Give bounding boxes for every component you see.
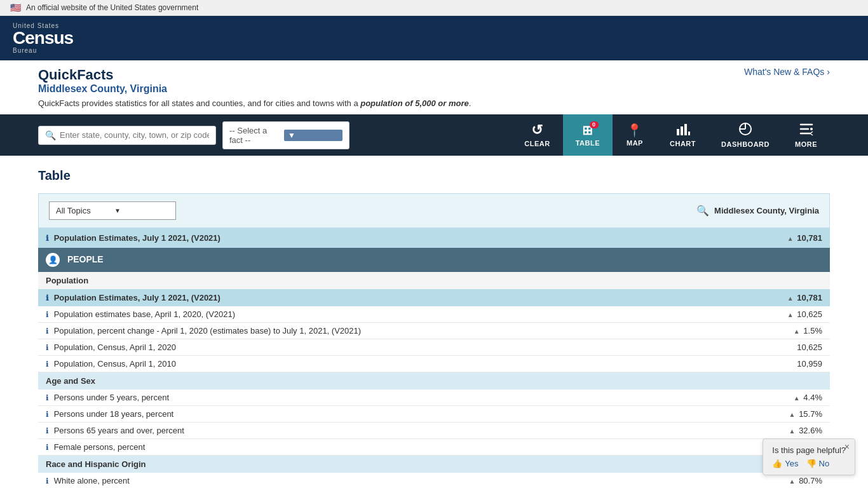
flag-icon: 🇺🇸 <box>10 3 21 13</box>
chart-button[interactable]: CHART <box>657 114 709 156</box>
trend-icon-7: ▲ <box>794 395 800 402</box>
dashboard-label: DASHBOARD <box>721 140 770 148</box>
svg-rect-1 <box>681 126 683 135</box>
info-icon-5[interactable]: ℹ <box>46 343 49 352</box>
toolbar: 🔍 -- Select a fact -- ▼ ↺ CLEAR ⊞ 0 TABL… <box>0 114 868 156</box>
people-section-label: PEOPLE <box>67 254 104 264</box>
info-icon-6[interactable]: ℹ <box>46 360 49 369</box>
census-logo[interactable]: United States Census Bureau <box>13 22 73 54</box>
highlight-row-label: Population Estimates, July 1 2021, (V202… <box>54 233 220 243</box>
info-icon-2[interactable]: ℹ <box>46 294 49 302</box>
info-icon-7[interactable]: ℹ <box>46 393 49 402</box>
more-button[interactable]: MORE <box>782 114 830 156</box>
toolbar-actions: ↺ CLEAR ⊞ 0 TABLE 📍 MAP CHART <box>512 114 830 156</box>
map-label: MAP <box>627 139 643 147</box>
population-subsection: Population <box>38 272 830 289</box>
table-row: ℹ Persons under 18 years, percent ▲ 15.7… <box>38 406 830 423</box>
dashboard-icon <box>738 122 752 138</box>
quickfacts-description: QuickFacts provides statistics for all s… <box>0 98 868 114</box>
info-icon-3[interactable]: ℹ <box>46 310 49 319</box>
people-section-header: 👤 PEOPLE <box>38 248 830 272</box>
table-row: ℹ Persons under 5 years, percent ▲ 4.4% <box>38 390 830 406</box>
table-badge: 0 <box>590 121 599 128</box>
whats-new-link[interactable]: What's New & FAQs › <box>744 67 830 77</box>
dropdown-arrow-icon: ▼ <box>284 130 342 141</box>
close-button[interactable]: × <box>844 442 850 452</box>
table-row: ℹ Population estimates base, April 1, 20… <box>38 306 830 323</box>
helpful-actions: 👍 Yes 👎 No <box>772 459 846 468</box>
table-row: ℹ Persons 65 years and over, percent ▲ 3… <box>38 423 830 439</box>
map-button[interactable]: 📍 MAP <box>613 114 657 156</box>
helpful-widget: × Is this page helpful? 👍 Yes 👎 No <box>763 438 855 475</box>
race-header: Race and Hispanic Origin <box>38 456 830 473</box>
table-row: ℹ Population, percent change - April 1, … <box>38 323 830 339</box>
page-title: QuickFacts <box>38 67 167 83</box>
table-row: ℹ Population, Census, April 1, 2020 10,6… <box>38 339 830 356</box>
topic-select-label: All Topics <box>56 206 111 215</box>
chevron-right-icon: › <box>827 67 830 77</box>
table-row: ℹ White alone, percent ▲ 80.7% <box>38 473 830 488</box>
fact-select[interactable]: -- Select a fact -- ▼ <box>222 121 349 149</box>
census-header: United States Census Bureau <box>0 16 868 60</box>
pop-highlight-value: 10,781 <box>797 293 822 302</box>
info-icon-10[interactable]: ℹ <box>46 443 49 452</box>
census-logo-sub: Bureau <box>13 47 37 54</box>
info-icon-4[interactable]: ℹ <box>46 327 49 336</box>
pop-highlight-label: Population Estimates, July 1 2021, (V202… <box>54 293 220 302</box>
svg-point-5 <box>810 128 813 130</box>
topic-dropdown-icon: ▼ <box>114 207 169 214</box>
section-title: Table <box>38 168 830 183</box>
trend-icon-4: ▲ <box>794 328 800 335</box>
people-icon: 👤 <box>46 253 60 267</box>
info-icon-11[interactable]: ℹ <box>46 477 49 485</box>
column-search-icon[interactable]: 🔍 <box>696 205 709 217</box>
trend-icon-3: ▲ <box>787 311 794 318</box>
info-icon[interactable]: ℹ <box>46 234 49 243</box>
yes-button[interactable]: 👍 Yes <box>772 459 798 468</box>
chart-icon <box>676 123 690 137</box>
helpful-question: Is this page helpful? <box>772 445 846 455</box>
more-label: MORE <box>795 140 817 148</box>
table-container: All Topics ▼ 🔍 Middlesex County, Virgini… <box>38 193 830 488</box>
table-row: ℹ Population, Census, April 1, 2010 10,9… <box>38 356 830 372</box>
table-button[interactable]: ⊞ 0 TABLE <box>563 114 613 156</box>
info-icon-8[interactable]: ℹ <box>46 410 49 419</box>
top-highlight-row: ℹ Population Estimates, July 1 2021, (V2… <box>38 228 830 248</box>
clear-button[interactable]: ↺ CLEAR <box>512 114 562 156</box>
quickfacts-header: QuickFacts Middlesex County, Virginia Wh… <box>0 60 868 98</box>
search-icon: 🔍 <box>45 130 56 140</box>
svg-rect-0 <box>677 129 679 135</box>
gov-banner-text: An official website of the United States… <box>26 3 198 12</box>
more-icon <box>799 122 813 138</box>
main-content: Table All Topics ▼ 🔍 Middlesex County, V… <box>0 156 868 488</box>
trend-up-icon: ▲ <box>787 235 794 242</box>
clear-icon: ↺ <box>531 123 543 137</box>
table-icon: ⊞ 0 <box>582 124 593 137</box>
fact-select-label: -- Select a fact -- <box>229 126 280 145</box>
dashboard-button[interactable]: DASHBOARD <box>709 114 782 156</box>
chart-label: CHART <box>670 140 696 147</box>
svg-rect-3 <box>688 132 690 135</box>
pop-highlight-row: ℹ Population Estimates, July 1 2021, (V2… <box>38 289 830 306</box>
column-header: Middlesex County, Virginia <box>714 206 819 215</box>
trend-icon-9: ▲ <box>789 428 796 435</box>
location-subtitle: Middlesex County, Virginia <box>38 83 167 95</box>
census-logo-main: Census <box>13 29 73 47</box>
table-label: TABLE <box>576 139 600 147</box>
search-input[interactable] <box>60 130 209 140</box>
age-sex-header: Age and Sex <box>38 372 830 390</box>
clear-label: CLEAR <box>524 140 550 147</box>
highlight-row-value: 10,781 <box>797 233 822 243</box>
no-button[interactable]: 👎 No <box>806 459 830 468</box>
table-row: ℹ Female persons, percent ▲ 50.2% <box>38 439 830 456</box>
thumbs-up-icon: 👍 <box>772 459 782 468</box>
trend-icon-8: ▲ <box>789 411 796 418</box>
thumbs-down-icon: 👎 <box>806 459 817 468</box>
data-table: ℹ Population Estimates, July 1 2021, (V2… <box>38 228 830 488</box>
svg-rect-2 <box>684 124 687 135</box>
topic-select[interactable]: All Topics ▼ <box>49 201 176 220</box>
search-box[interactable]: 🔍 <box>38 126 216 145</box>
gov-banner: 🇺🇸 An official website of the United Sta… <box>0 0 868 16</box>
info-icon-9[interactable]: ℹ <box>46 426 49 435</box>
map-icon: 📍 <box>627 124 643 137</box>
